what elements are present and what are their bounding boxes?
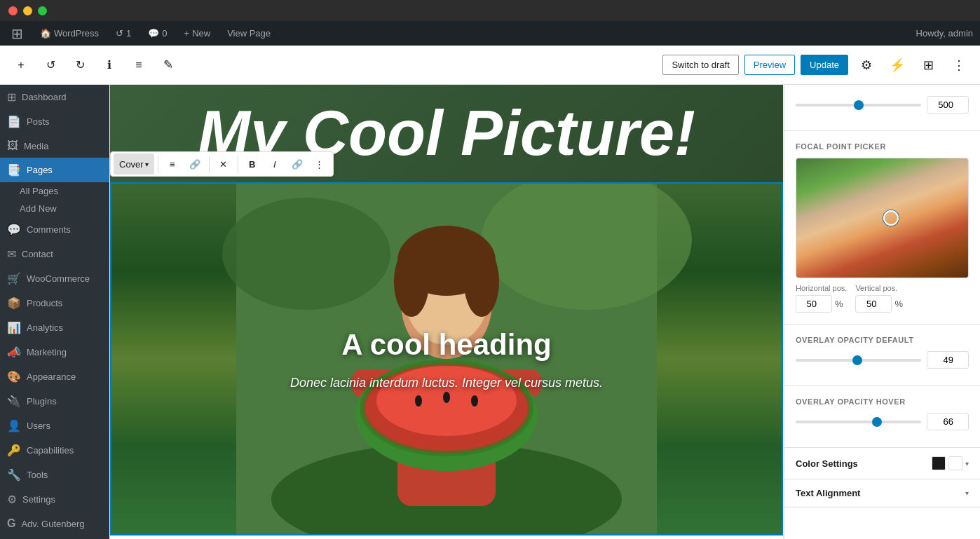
link-icon: 🔗	[189, 159, 200, 170]
fullscreen-button[interactable]	[38, 6, 47, 15]
add-block-button[interactable]: +	[8, 53, 34, 78]
more-icon: ⋮	[953, 57, 965, 73]
color-swatch-dark[interactable]	[932, 456, 946, 470]
sidebar-item-all-pages[interactable]: All Pages	[0, 182, 109, 200]
remove-button[interactable]: ✕	[213, 153, 234, 175]
admin-bar-undo-label: 1	[126, 28, 131, 39]
settings-icon: ⚙	[861, 57, 872, 73]
grid-button[interactable]: ⊞	[916, 53, 941, 78]
sidebar-item-woocommerce[interactable]: 🛒 WooCommerce	[0, 266, 109, 291]
info-button[interactable]: ℹ	[97, 53, 122, 78]
toolbar-divider-2	[209, 156, 210, 172]
toolbar-divider-3	[238, 156, 238, 172]
sidebar-item-appearance[interactable]: 🎨 Appearance	[0, 364, 109, 389]
sidebar-item-media[interactable]: 🖼 Media	[0, 134, 109, 158]
settings-button[interactable]: ⚙	[854, 53, 879, 78]
grid-icon: ⊞	[923, 57, 934, 73]
bold-button[interactable]: B	[242, 153, 263, 175]
add-block-icon: +	[18, 59, 24, 71]
italic-button[interactable]: I	[264, 153, 285, 175]
switch-draft-button[interactable]: Switch to draft	[662, 55, 738, 75]
lightning-icon: ⚡	[890, 57, 905, 73]
sidebar-item-users[interactable]: 👤 Users	[0, 414, 109, 438]
redo-button[interactable]: ↻	[67, 53, 93, 78]
admin-bar-howdy: Howdy, admin	[916, 28, 973, 39]
right-panel: 500 Focal Point Picker Horizontal pos. %	[784, 85, 980, 539]
sidebar-item-comments[interactable]: 💬 Comments	[0, 217, 109, 242]
admin-bar-new[interactable]: + New	[180, 28, 215, 39]
color-settings-header[interactable]: Color Settings ▾	[784, 448, 980, 479]
overlay-default-input[interactable]: 49	[927, 351, 969, 369]
close-button[interactable]	[8, 6, 18, 15]
horizontal-pos-input[interactable]	[796, 295, 832, 313]
block-toolbar: Cover ▾ ≡ 🔗 ✕ B	[110, 151, 334, 177]
sidebar-item-dashboard[interactable]: ⊞ Dashboard	[0, 85, 109, 109]
vertical-pos-label: Vertical pos.	[855, 284, 903, 292]
width-slider[interactable]	[796, 104, 921, 107]
settings-icon: ⚙	[7, 493, 17, 506]
sidebar-item-add-new[interactable]: Add New	[0, 200, 109, 217]
update-button[interactable]: Update	[801, 55, 848, 75]
focal-crosshair	[883, 210, 899, 226]
preview-button[interactable]: Preview	[744, 55, 795, 75]
overlay-default-slider[interactable]	[796, 359, 921, 362]
sidebar-item-settings[interactable]: ⚙ Settings	[0, 487, 109, 512]
color-swatch-light[interactable]	[948, 456, 962, 470]
sidebar-item-contact[interactable]: ✉ Contact	[0, 242, 109, 266]
sidebar-item-products[interactable]: 📦 Products	[0, 291, 109, 315]
lightning-button[interactable]: ⚡	[885, 53, 910, 78]
admin-bar-undo[interactable]: ↺ 1	[111, 28, 135, 39]
sidebar-item-pages[interactable]: 📑 Pages	[0, 158, 109, 182]
align-button[interactable]: ≡	[162, 153, 183, 175]
vertical-pos-input[interactable]	[855, 295, 892, 313]
sidebar-item-tools[interactable]: 🔧 Tools	[0, 463, 109, 487]
block-type-button[interactable]: Cover ▾	[114, 153, 154, 175]
sidebar-item-analytics[interactable]: 📊 Analytics	[0, 315, 109, 340]
width-input[interactable]: 500	[927, 96, 969, 114]
undo-icon: ↺	[116, 28, 123, 39]
minimize-button[interactable]	[23, 6, 32, 15]
tools-button[interactable]: ✎	[156, 53, 181, 78]
image-block[interactable]: A cool heading Donec lacinia interdum lu…	[110, 182, 783, 535]
admin-bar-view-page[interactable]: View Page	[223, 28, 275, 39]
list-view-button[interactable]: ≡	[126, 53, 151, 78]
image-block-container[interactable]: Cover ▾ ≡ 🔗 ✕ B	[110, 182, 783, 535]
more-options-button[interactable]: ⋮	[946, 53, 972, 78]
panel-width-row: 500	[796, 96, 969, 114]
svg-point-17	[443, 392, 450, 403]
panel-overlay-default-section: Overlay opacity default 49	[784, 325, 980, 386]
sidebar-item-posts[interactable]: 📄 Posts	[0, 109, 109, 134]
sidebar-item-capabilities[interactable]: 🔑 Capabilities	[0, 438, 109, 463]
overlay-hover-label: Overlay opacity hover	[796, 397, 969, 406]
text-alignment-header[interactable]: Text Alignment ▾	[784, 479, 980, 507]
overlay-paragraph[interactable]: Donec lacinia interdum luctus. Integer v…	[290, 376, 603, 390]
list-view-icon: ≡	[135, 59, 142, 71]
sidebar-item-adv-gutenberg[interactable]: G Adv. Gutenberg	[0, 512, 109, 535]
sidebar-item-marketing[interactable]: 📣 Marketing	[0, 340, 109, 364]
sidebar-item-plugins[interactable]: 🔌 Plugins	[0, 389, 109, 414]
more-rich-text-button[interactable]: ⋮	[309, 153, 330, 175]
admin-bar-home-label: WordPress	[54, 28, 99, 39]
undo-icon: ↺	[46, 58, 55, 71]
contact-icon: ✉	[7, 247, 16, 261]
horizontal-pos-group: Horizontal pos. %	[796, 284, 847, 313]
inline-link-button[interactable]: 🔗	[287, 153, 308, 175]
overlay-heading[interactable]: A cool heading	[290, 328, 603, 362]
svg-point-1	[222, 198, 390, 310]
overlay-hover-slider[interactable]	[796, 421, 921, 423]
horizontal-pos-row: %	[796, 295, 847, 313]
overlay-hover-input[interactable]: 66	[927, 413, 969, 430]
link-button[interactable]: 🔗	[184, 153, 205, 175]
adv-gutenberg-icon: G	[7, 517, 15, 530]
focal-point-picker[interactable]	[796, 158, 969, 278]
align-icon: ≡	[170, 159, 175, 170]
wp-admin-bar: ⊞ 🏠 WordPress ↺ 1 💬 0 + New View Page Ho…	[0, 21, 980, 46]
editor-canvas: My Cool Picture! Cover ▾ ≡ 🔗	[110, 85, 783, 539]
admin-bar-home[interactable]: 🏠 WordPress	[36, 28, 103, 39]
block-type-chevron-icon: ▾	[145, 161, 149, 168]
undo-button[interactable]: ↺	[38, 53, 63, 78]
wp-logo-btn[interactable]: ⊞	[7, 25, 27, 42]
posts-icon: 📄	[7, 115, 21, 128]
editor-bar: + ↺ ↻ ℹ ≡ ✎ Switch to draft Preview Upda…	[0, 46, 980, 85]
admin-bar-comments[interactable]: 💬 0	[144, 28, 171, 39]
